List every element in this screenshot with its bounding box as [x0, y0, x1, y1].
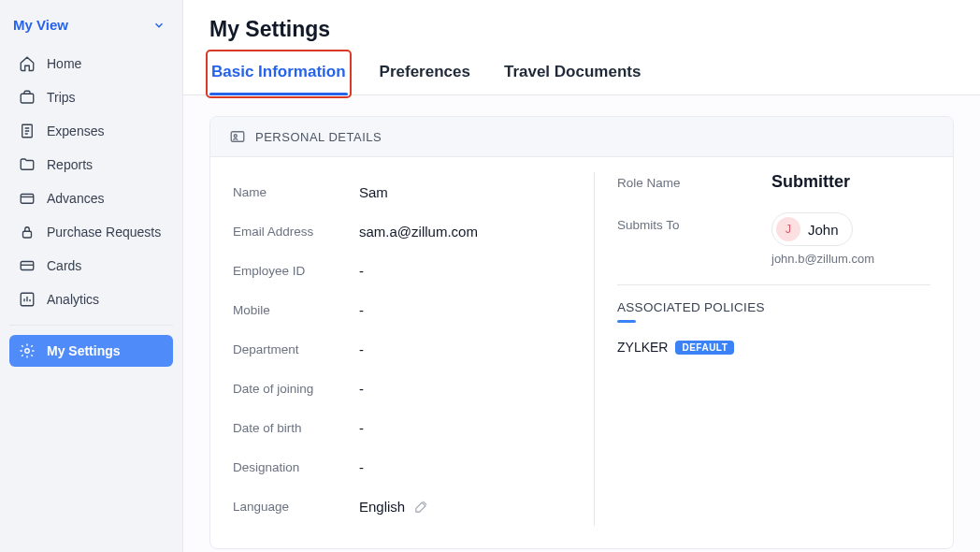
field-value: -: [359, 381, 364, 397]
field-value: Sam: [359, 184, 388, 200]
avatar: J: [776, 217, 800, 241]
sidebar-item-label: Reports: [47, 157, 93, 172]
submits-to-label: Submits To: [617, 212, 771, 232]
field-value: -: [359, 459, 364, 475]
policies-list: ZYLKERDEFAULT: [617, 340, 930, 355]
submits-to-value: J John john.b@zillum.com: [771, 212, 874, 266]
id-card-icon: [229, 128, 246, 145]
field-label: Employee ID: [233, 264, 359, 278]
field-row-email-address: Email Addresssam.a@zillum.com: [233, 211, 571, 251]
content: PERSONAL DETAILS NameSamEmail Addresssam…: [183, 95, 980, 552]
policy-name: ZYLKER: [617, 340, 668, 355]
field-row-date-of-birth: Date of birth-: [233, 408, 571, 447]
sidebar-item-cards[interactable]: Cards: [9, 250, 173, 282]
sidebar-item-label: Cards: [47, 258, 81, 273]
personal-details-card: PERSONAL DETAILS NameSamEmail Addresssam…: [209, 116, 954, 549]
field-label: Designation: [233, 460, 359, 474]
sidebar-item-reports[interactable]: Reports: [9, 149, 173, 181]
policy-item[interactable]: ZYLKERDEFAULT: [617, 340, 930, 355]
field-label: Department: [233, 342, 359, 356]
field-label: Date of birth: [233, 421, 359, 435]
tab-travel-documents[interactable]: Travel Documents: [502, 53, 642, 94]
svg-rect-0: [21, 94, 34, 103]
page-title: My Settings: [183, 0, 980, 53]
sidebar-item-purchase-requests[interactable]: Purchase Requests: [9, 216, 173, 248]
main: My Settings Basic InformationPreferences…: [182, 0, 980, 552]
sidebar-item-label: Analytics: [47, 292, 99, 307]
svg-rect-2: [21, 195, 34, 204]
gear-icon: [19, 342, 36, 359]
field-row-department: Department-: [233, 329, 571, 369]
home-icon: [19, 55, 36, 72]
field-value: sam.a@zillum.com: [359, 224, 478, 240]
role-value: Submitter: [771, 172, 850, 192]
policies-title: ASSOCIATED POLICIES: [617, 300, 930, 314]
svg-point-8: [234, 135, 237, 138]
sidebar-item-analytics[interactable]: Analytics: [9, 283, 173, 315]
submits-to-email: john.b@zillum.com: [771, 252, 874, 266]
field-row-employee-id: Employee ID-: [233, 251, 571, 290]
field-value: -: [359, 341, 364, 357]
field-label: Mobile: [233, 303, 359, 317]
tabs: Basic InformationPreferencesTravel Docum…: [183, 53, 980, 95]
card-icon: [19, 257, 36, 274]
edit-icon[interactable]: [414, 500, 428, 514]
nav-divider: [9, 325, 173, 326]
field-row-name: NameSam: [233, 172, 571, 211]
folder-icon: [19, 156, 36, 173]
sidebar-item-my-settings[interactable]: My Settings: [9, 335, 173, 367]
submits-to-row: Submits To J John john.b@zillum.com: [617, 212, 930, 266]
field-row-language: LanguageEnglish: [233, 487, 571, 526]
field-value: -: [359, 263, 364, 279]
receipt-icon: [19, 123, 36, 139]
card-header: PERSONAL DETAILS: [210, 117, 953, 157]
role-row: Role Name Submitter: [617, 172, 930, 192]
sidebar-item-label: Purchase Requests: [47, 225, 161, 240]
sidebar-item-label: Home: [47, 56, 81, 71]
svg-point-6: [25, 349, 30, 354]
wallet-icon: [19, 190, 36, 207]
sidebar-item-label: Advances: [47, 191, 104, 206]
tab-preferences[interactable]: Preferences: [378, 53, 472, 94]
sidebar-item-label: Expenses: [47, 123, 104, 138]
field-label: Language: [233, 500, 359, 514]
field-label: Name: [233, 185, 359, 199]
role-label: Role Name: [617, 172, 771, 190]
sidebar-item-expenses[interactable]: Expenses: [9, 115, 173, 147]
field-label: Email Address: [233, 225, 359, 239]
field-row-designation: Designation-: [233, 447, 571, 487]
field-row-mobile: Mobile-: [233, 290, 571, 329]
sidebar-title: My View: [13, 17, 68, 33]
sidebar-item-label: Trips: [47, 90, 76, 105]
user-chip[interactable]: J John: [771, 212, 853, 246]
field-value: -: [359, 302, 364, 318]
sidebar-nav: HomeTripsExpensesReportsAdvancesPurchase…: [9, 48, 173, 367]
svg-rect-4: [21, 262, 34, 270]
sidebar-header[interactable]: My View: [9, 13, 173, 44]
personal-details-left: NameSamEmail Addresssam.a@zillum.comEmpl…: [233, 172, 594, 526]
personal-details-right: Role Name Submitter Submits To J John jo…: [594, 172, 930, 526]
divider: [617, 284, 930, 285]
field-row-date-of-joining: Date of joining-: [233, 369, 571, 408]
field-value: -: [359, 420, 364, 436]
sidebar-item-label: My Settings: [47, 343, 121, 358]
policies-underline: [617, 320, 636, 323]
chevron-down-icon[interactable]: [152, 19, 166, 32]
default-badge: DEFAULT: [675, 341, 734, 355]
tab-basic-information[interactable]: Basic Information: [209, 53, 348, 94]
card-body: NameSamEmail Addresssam.a@zillum.comEmpl…: [210, 157, 953, 548]
lock-icon: [19, 224, 36, 240]
user-chip-name: John: [808, 222, 839, 238]
briefcase-icon: [19, 89, 36, 106]
sidebar-item-advances[interactable]: Advances: [9, 182, 173, 214]
svg-rect-3: [23, 231, 32, 238]
chart-icon: [19, 291, 36, 308]
sidebar-item-trips[interactable]: Trips: [9, 81, 173, 113]
field-value: English: [359, 499, 428, 515]
field-label: Date of joining: [233, 382, 359, 396]
card-header-title: PERSONAL DETAILS: [255, 130, 382, 144]
sidebar-item-home[interactable]: Home: [9, 48, 173, 80]
sidebar: My View HomeTripsExpensesReportsAdvances…: [0, 0, 182, 552]
